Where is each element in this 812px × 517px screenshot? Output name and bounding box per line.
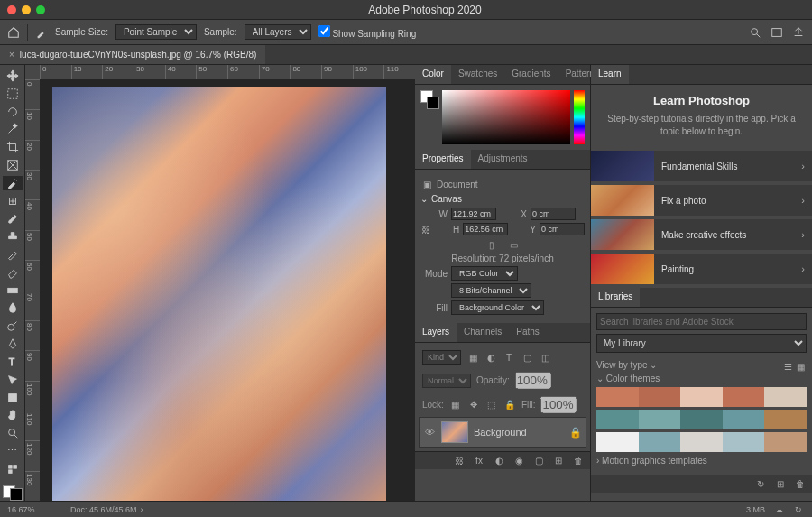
crop-tool[interactable] [3, 140, 23, 154]
blur-tool[interactable] [3, 301, 23, 316]
color-swatch[interactable] [680, 432, 723, 452]
eyedropper-tool[interactable] [3, 176, 23, 190]
library-select[interactable]: My Library [596, 334, 807, 353]
hand-tool[interactable] [3, 408, 23, 422]
panel-tab-adjustments[interactable]: Adjustments [471, 150, 535, 169]
mask-icon[interactable]: ◐ [493, 455, 505, 467]
doc-size-info[interactable]: Doc: 45.6M/45.6M [70, 505, 137, 514]
panel-tab-gradients[interactable]: Gradients [504, 65, 558, 84]
color-picker[interactable] [420, 90, 585, 144]
color-swatch[interactable] [596, 432, 639, 452]
hue-slider[interactable] [574, 90, 585, 144]
color-theme-row[interactable] [596, 410, 807, 429]
grid-view-icon[interactable]: ▦ [794, 360, 807, 373]
sync-icon[interactable]: ↻ [792, 503, 805, 516]
filter-shape-icon[interactable]: ▢ [521, 351, 533, 364]
opacity-input[interactable] [515, 372, 551, 389]
color-swatch[interactable] [680, 387, 723, 407]
panel-tab-paths[interactable]: Paths [509, 323, 547, 342]
learn-tab[interactable]: Learn [591, 65, 629, 84]
filter-smart-icon[interactable]: ◫ [539, 351, 551, 364]
canvas-section[interactable]: ⌄Canvas [420, 194, 585, 204]
learn-card[interactable]: Make creative effects› [591, 219, 812, 250]
search-icon[interactable] [749, 26, 761, 39]
filter-pixel-icon[interactable]: ▦ [466, 351, 479, 364]
learn-card[interactable]: Painting› [591, 254, 812, 284]
more-tools[interactable]: ⋯ [3, 444, 23, 458]
workspace-icon[interactable] [770, 26, 783, 39]
minimize-window[interactable] [22, 5, 31, 14]
filter-adj-icon[interactable]: ◐ [484, 351, 497, 364]
color-swatch[interactable] [723, 410, 765, 429]
list-view-icon[interactable]: ☰ [781, 360, 794, 373]
color-theme-row[interactable] [596, 432, 807, 452]
marquee-tool[interactable] [3, 87, 23, 101]
panel-tab-channels[interactable]: Channels [457, 323, 509, 342]
maximize-window[interactable] [36, 5, 45, 14]
landscape-icon[interactable]: ▭ [507, 238, 520, 251]
mode-select[interactable]: RGB Color [451, 266, 518, 281]
color-swatch[interactable] [764, 387, 807, 407]
fill-pct-input[interactable] [540, 396, 577, 413]
width-input[interactable] [451, 208, 496, 220]
lib-add-icon[interactable]: ⊞ [774, 478, 787, 491]
layer-row[interactable]: 👁 Background 🔒 [419, 417, 586, 448]
color-swatch[interactable] [639, 432, 681, 452]
type-tool[interactable]: T [3, 355, 23, 369]
color-swatch[interactable] [764, 432, 807, 452]
edit-toolbar[interactable] [3, 462, 23, 476]
layer-filter-select[interactable]: Kind [422, 350, 461, 365]
color-swatch[interactable] [764, 410, 807, 429]
motion-graphics-header[interactable]: › Motion graphics templates [596, 456, 807, 466]
share-icon[interactable] [792, 26, 805, 39]
lock-pixels-icon[interactable]: ▦ [449, 399, 462, 411]
document-canvas[interactable] [52, 87, 386, 501]
cloud-icon[interactable]: ☁ [772, 503, 785, 516]
foreground-background-colors[interactable] [3, 485, 23, 501]
color-swatch[interactable] [723, 432, 765, 452]
shape-tool[interactable] [3, 391, 23, 405]
pen-tool[interactable] [3, 337, 23, 351]
zoom-tool[interactable] [3, 426, 23, 440]
fx-icon[interactable]: fx [473, 455, 485, 467]
blend-mode-select[interactable]: Normal [422, 374, 471, 388]
history-brush-tool[interactable] [3, 247, 23, 262]
color-field[interactable] [442, 90, 570, 144]
new-layer-icon[interactable]: ⊞ [552, 455, 565, 467]
trash-icon[interactable]: 🗑 [572, 455, 585, 467]
bits-select[interactable]: 8 Bits/Channel [451, 283, 531, 298]
sample-size-select[interactable]: Point Sample [115, 24, 197, 40]
color-swatch[interactable] [639, 410, 681, 429]
adjustment-icon[interactable]: ◉ [512, 455, 525, 467]
eraser-tool[interactable] [3, 265, 23, 280]
lasso-tool[interactable] [3, 105, 23, 119]
panel-tab-color[interactable]: Color [415, 65, 451, 84]
background-swatch[interactable] [10, 488, 23, 501]
color-themes-header[interactable]: ⌄ Color themes [596, 374, 807, 383]
panel-tab-swatches[interactable]: Swatches [451, 65, 504, 84]
lock-all-icon[interactable]: 🔒 [503, 399, 516, 411]
show-ring-checkbox[interactable]: Show Sampling Ring [318, 25, 417, 39]
visibility-icon[interactable]: 👁 [423, 426, 436, 439]
lock-artboard-icon[interactable]: ⬚ [485, 399, 498, 411]
filter-type-icon[interactable]: T [503, 351, 515, 364]
height-input[interactable] [463, 223, 508, 235]
libraries-tab[interactable]: Libraries [591, 288, 640, 307]
group-icon[interactable]: ▢ [532, 455, 545, 467]
panel-tab-layers[interactable]: Layers [415, 323, 457, 342]
link-layers-icon[interactable]: ⛓ [453, 455, 466, 467]
color-theme-row[interactable] [596, 387, 807, 407]
panel-tab-properties[interactable]: Properties [415, 150, 471, 169]
fill-select[interactable]: Background Color [451, 300, 544, 315]
lock-position-icon[interactable]: ✥ [467, 399, 480, 411]
wand-tool[interactable] [3, 122, 23, 136]
layer-thumbnail[interactable] [441, 421, 468, 443]
move-tool[interactable] [3, 69, 23, 83]
chevron-right-icon[interactable]: › [141, 505, 143, 514]
view-by-type[interactable]: View by type ⌄▦ ☰ [596, 360, 807, 370]
y-input[interactable] [540, 223, 585, 235]
color-swatch[interactable] [639, 387, 681, 407]
color-swatch[interactable] [596, 387, 639, 407]
lib-trash-icon[interactable]: 🗑 [794, 478, 807, 491]
healing-tool[interactable] [3, 194, 23, 208]
